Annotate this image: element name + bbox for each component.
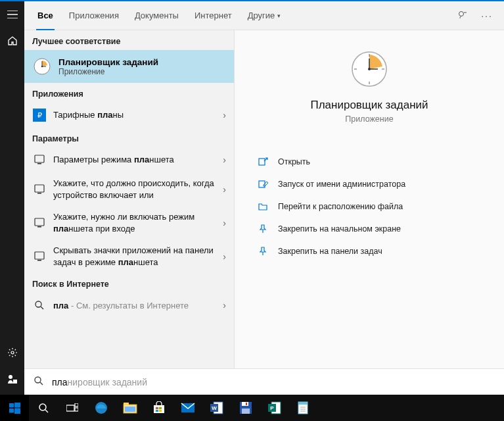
settings-result-item[interactable]: Скрывать значки приложений на панели зад… <box>24 239 234 273</box>
settings-result-text: Параметры режима планшета <box>53 154 216 166</box>
action-pin-taskbar-label: Закрепить на панели задач <box>278 247 382 256</box>
home-button[interactable] <box>0 28 24 54</box>
more-options-button[interactable]: ··· <box>476 5 497 26</box>
chevron-right-icon: › <box>223 184 226 195</box>
svg-rect-10 <box>35 218 44 226</box>
svg-rect-21 <box>259 159 265 165</box>
action-file-location[interactable]: Перейти к расположению файла <box>254 196 484 217</box>
svg-point-5 <box>41 66 43 67</box>
start-button[interactable] <box>0 395 29 421</box>
search-input[interactable]: планировщик заданий <box>52 377 147 387</box>
tablet-icon <box>32 216 47 230</box>
account-button[interactable] <box>0 366 24 392</box>
app-tile-icon: ₽ <box>32 108 47 122</box>
settings-result-item[interactable]: Параметры режима планшета › <box>24 147 234 172</box>
best-match-title: Планировщик заданий <box>58 57 158 67</box>
svg-rect-31 <box>75 408 78 411</box>
svg-rect-37 <box>156 407 158 409</box>
action-open-label: Открыть <box>278 157 310 166</box>
svg-rect-12 <box>35 252 44 259</box>
task-scheduler-large-icon <box>350 50 388 88</box>
tab-apps[interactable]: Приложения <box>62 1 126 30</box>
svg-point-23 <box>35 377 41 383</box>
svg-rect-30 <box>75 403 78 407</box>
svg-point-0 <box>11 351 14 354</box>
mail-taskbar-icon[interactable] <box>173 395 202 421</box>
save-taskbar-icon[interactable] <box>231 395 260 421</box>
action-pin-start-label: Закрепить на начальном экране <box>278 224 401 234</box>
settings-gear-button[interactable] <box>0 339 24 366</box>
folder-icon <box>257 201 269 212</box>
tablet-icon <box>32 153 47 167</box>
preview-pane: Планировщик заданий Приложение Открыть <box>235 30 504 368</box>
search-bar[interactable]: планировщик заданий <box>24 368 504 395</box>
svg-rect-9 <box>37 193 41 194</box>
settings-result-item[interactable]: Укажите, нужно ли включать режим планшет… <box>24 206 234 239</box>
tab-documents[interactable]: Документы <box>128 1 185 30</box>
action-open[interactable]: Открыть <box>254 151 484 172</box>
action-file-location-label: Перейти к расположению файла <box>278 202 403 211</box>
taskbar: W P <box>0 395 504 421</box>
search-typed: пла <box>52 377 68 387</box>
scope-tabs: Все Приложения Документы Интернет Другие… <box>24 1 504 30</box>
app-result-item[interactable]: ₽ Тарифные планы › <box>24 103 234 128</box>
svg-rect-25 <box>14 403 20 408</box>
feedback-button[interactable] <box>453 5 474 26</box>
svg-text:W: W <box>212 405 217 411</box>
web-result-item[interactable]: пла - См. результаты в Интернете › <box>24 293 234 318</box>
notepad-taskbar-icon[interactable] <box>289 395 318 421</box>
task-scheduler-icon <box>32 57 52 76</box>
section-apps: Приложения <box>24 83 234 103</box>
hamburger-button[interactable] <box>0 1 24 28</box>
task-view-button[interactable] <box>58 395 87 421</box>
svg-rect-11 <box>37 226 41 228</box>
svg-rect-2 <box>13 380 17 384</box>
chevron-right-icon: › <box>223 251 226 262</box>
svg-text:P: P <box>270 405 274 411</box>
svg-point-20 <box>368 68 371 70</box>
word-taskbar-icon[interactable]: W <box>202 395 231 421</box>
tablet-icon <box>32 182 47 197</box>
svg-point-14 <box>35 301 41 307</box>
best-match-subtitle: Приложение <box>58 67 158 76</box>
svg-point-3 <box>459 11 464 16</box>
action-pin-taskbar[interactable]: Закрепить на панели задач <box>254 241 484 262</box>
svg-rect-29 <box>66 405 74 411</box>
svg-rect-47 <box>242 409 250 414</box>
search-taskbar-button[interactable] <box>29 395 58 421</box>
edge-taskbar-icon[interactable] <box>87 395 116 421</box>
chevron-right-icon: › <box>223 300 226 310</box>
tab-more-label: Другие <box>248 11 275 20</box>
left-sidebar <box>0 0 24 421</box>
action-pin-start[interactable]: Закрепить на начальном экране <box>254 218 484 239</box>
action-run-admin[interactable]: Запуск от имени администратора <box>254 174 484 195</box>
preview-subtitle: Приложение <box>345 114 393 124</box>
section-settings: Параметры <box>24 128 234 147</box>
settings-result-text: Укажите, нужно ли включать режим планшет… <box>53 211 216 234</box>
pin-taskbar-icon <box>257 245 269 257</box>
svg-point-28 <box>39 404 46 410</box>
open-icon <box>257 156 269 168</box>
svg-rect-35 <box>125 407 135 412</box>
best-match-item[interactable]: Планировщик заданий Приложение <box>24 50 234 83</box>
section-best-match: Лучшее соответствие <box>24 30 234 50</box>
search-suggestion-ghost: нировщик заданий <box>68 377 147 387</box>
chevron-right-icon: › <box>223 110 226 120</box>
app-result-text: Тарифные планы <box>53 109 216 121</box>
tab-web[interactable]: Интернет <box>188 1 239 30</box>
store-taskbar-icon[interactable] <box>145 395 173 421</box>
settings-result-item[interactable]: Укажите, что должно происходить, когда у… <box>24 172 234 206</box>
search-icon <box>32 298 47 312</box>
action-list: Открыть Запуск от имени администратора П… <box>254 151 484 262</box>
svg-rect-8 <box>35 185 44 192</box>
section-web: Поиск в Интернете <box>24 273 234 293</box>
tab-all[interactable]: Все <box>31 1 60 30</box>
tab-more[interactable]: Другие ▾ <box>241 1 288 30</box>
settings-result-text: Скрывать значки приложений на панели зад… <box>53 245 216 268</box>
action-run-admin-label: Запуск от имени администратора <box>278 180 405 189</box>
publisher-taskbar-icon[interactable]: P <box>260 395 289 421</box>
explorer-taskbar-icon[interactable] <box>116 395 145 421</box>
admin-icon <box>257 178 269 190</box>
chevron-right-icon: › <box>223 155 226 165</box>
svg-rect-38 <box>159 407 162 409</box>
